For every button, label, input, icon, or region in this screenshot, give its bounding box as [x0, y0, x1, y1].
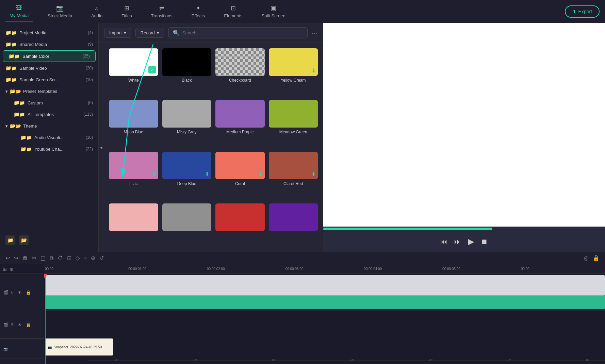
- record-dropdown[interactable]: Record ▾: [135, 28, 164, 38]
- sidebar-bottom: 📁 📂: [0, 233, 98, 248]
- sidebar-item-audio-visuali[interactable]: 📁 Audio Visuali... (10): [0, 132, 98, 143]
- sidebar-item-custom[interactable]: 📁 Custom (0): [0, 97, 98, 108]
- sidebar-item-youtube-cha[interactable]: 📁 Youtube Cha... (22): [0, 144, 98, 154]
- trim-icon[interactable]: ◫: [40, 255, 46, 261]
- nav-elements[interactable]: ⊡ Elements: [220, 2, 246, 21]
- preview-area: [323, 23, 605, 227]
- snapshot-clip[interactable]: 📷 Snapshot_2022-07-24-18.29.50: [45, 338, 113, 355]
- main-content: 📁 Project Media (4) 📁 Shared Media (9) 📁…: [0, 23, 605, 252]
- color-card-red[interactable]: [215, 203, 265, 246]
- color-card-checkboard[interactable]: Checkboard: [215, 48, 265, 96]
- import-dropdown[interactable]: Import ▾: [104, 28, 131, 38]
- color-card-deep-blue[interactable]: ⬇Deep Blue: [162, 152, 212, 199]
- folder-icon: 📁: [14, 112, 25, 117]
- track2-area: [44, 311, 605, 337]
- nav-my-media[interactable]: 🖼 My Media: [5, 2, 33, 21]
- folder-icon: 📁: [5, 42, 17, 47]
- color-card-meadow-green[interactable]: ⬇Meadow Green: [269, 100, 318, 148]
- nav-effects[interactable]: ✦ Effects: [187, 2, 209, 21]
- delete-icon[interactable]: 🗑: [22, 255, 28, 261]
- group-preset-templates[interactable]: ▾ 📂 Preset Templates: [0, 86, 98, 97]
- snapshot-icon[interactable]: ◎: [584, 255, 589, 261]
- color-name-coral: Coral: [215, 181, 265, 186]
- reset-icon[interactable]: ↺: [99, 255, 104, 261]
- sidebar-item-sample-color[interactable]: 📁 Sample Color (25): [3, 50, 96, 62]
- nav-audio[interactable]: ♫ Audio: [87, 2, 107, 21]
- lock-track2-icon[interactable]: 🔒: [26, 322, 31, 327]
- download-icon: ⬇: [152, 171, 156, 177]
- magnetic-snap-button[interactable]: ⊕: [10, 266, 14, 272]
- time-icon[interactable]: ⏱: [58, 255, 63, 261]
- step-back-button[interactable]: ⏭: [454, 238, 461, 246]
- timeline-body: ⊞ ⊕ 🎬 6 👁 🔒 🎬 5 👁 🔒 📷: [0, 264, 605, 364]
- chevron-down-icon: ▾: [5, 89, 8, 94]
- sidebar-item-all-templates[interactable]: 📁 All Templates (113): [0, 109, 98, 120]
- color-card-yellow-cream[interactable]: ⬇Yellow Cream: [269, 48, 318, 96]
- color-card-lilac[interactable]: ⬇Lilac: [109, 152, 158, 199]
- tick-marks: 1hr 1hr 1hr 1hr 1hr 1hr 1hr: [44, 357, 605, 364]
- split-icon[interactable]: ⊡: [67, 255, 71, 261]
- color-card-medium-purple[interactable]: Medium Purple: [215, 100, 265, 148]
- track1-area: 🎬: [44, 274, 605, 311]
- clip-gray[interactable]: [45, 275, 605, 296]
- sidebar-item-shared-media[interactable]: 📁 Shared Media (9): [0, 39, 98, 50]
- lock-icon[interactable]: 🔒: [593, 255, 600, 261]
- snapshot-track-icon: 📷: [3, 347, 7, 351]
- folder-open-icon: 📂: [10, 123, 21, 129]
- color-card-claret-red[interactable]: ⬇Claret Red: [269, 152, 318, 199]
- preview-panel: ⏮ ⏭ ▶ ⏹: [323, 23, 605, 252]
- svg-text:1hr: 1hr: [115, 358, 119, 361]
- copy-icon[interactable]: ⧉: [50, 255, 53, 261]
- cut-icon[interactable]: ✂: [32, 255, 36, 261]
- group-theme[interactable]: ▾ 📂 Theme: [0, 120, 98, 131]
- scroll-left-button[interactable]: ◀: [99, 43, 103, 252]
- lock-track1-icon[interactable]: 🔒: [26, 290, 31, 295]
- color-card-misty-grey[interactable]: Misty Grey: [162, 100, 212, 148]
- stop-button[interactable]: ⏹: [481, 238, 488, 246]
- redo-icon[interactable]: ↪: [14, 255, 18, 261]
- color-card-white[interactable]: ✓White: [109, 48, 158, 96]
- svg-text:1hr: 1hr: [428, 358, 432, 361]
- export-button[interactable]: ⬆ Export: [565, 5, 600, 18]
- video-track-icon: 🎬: [3, 290, 9, 295]
- clip-teal[interactable]: [45, 295, 605, 309]
- effects-icon: ✦: [196, 4, 201, 12]
- color-card-black[interactable]: Black: [162, 48, 212, 96]
- timebar: 00:00 00:00:01:00 00:00:02:00 00:00:03:0…: [44, 264, 605, 274]
- grid-view-button[interactable]: ⋯: [312, 29, 318, 37]
- eye-icon2[interactable]: 👁: [18, 322, 22, 327]
- search-input[interactable]: [182, 30, 303, 35]
- nav-titles[interactable]: ⊞ Titles: [117, 2, 136, 21]
- sidebar-item-project-media[interactable]: 📁 Project Media (4): [0, 27, 98, 38]
- import-button[interactable]: 📂: [19, 235, 29, 245]
- svg-text:1hr: 1hr: [586, 358, 590, 361]
- download-icon: ⬇: [311, 119, 316, 126]
- skip-back-button[interactable]: ⏮: [441, 238, 447, 246]
- color-card-pink[interactable]: [109, 203, 158, 246]
- new-folder-button[interactable]: 📁: [5, 235, 15, 245]
- color-card-purple[interactable]: [269, 203, 318, 246]
- tl-main: 00:00 00:00:01:00 00:00:02:00 00:00:03:0…: [44, 264, 605, 364]
- play-button[interactable]: ▶: [468, 237, 474, 246]
- eye-icon[interactable]: 👁: [18, 290, 22, 295]
- eq-icon[interactable]: ≡: [84, 255, 87, 261]
- color-card-moon-blue[interactable]: Moon Blue: [109, 100, 158, 148]
- folder-icon: 📁: [20, 135, 32, 140]
- undo-icon[interactable]: ↩: [5, 255, 10, 261]
- nav-split-screen[interactable]: ▣ Split Screen: [258, 2, 290, 21]
- sidebar-item-sample-green[interactable]: 📁 Sample Green Scr... (10): [0, 74, 98, 85]
- sidebar-item-sample-video[interactable]: 📁 Sample Video (20): [0, 63, 98, 73]
- color-name-lilac: Lilac: [109, 181, 158, 186]
- add-track-button[interactable]: ⊞: [3, 266, 7, 272]
- color-grid: ✓WhiteBlackCheckboard⬇Yellow CreamMoon B…: [103, 43, 323, 252]
- color-card-coral[interactable]: ⬇Coral: [215, 152, 265, 199]
- audio-sync-icon[interactable]: ⊕: [91, 255, 95, 261]
- nav-stock-media[interactable]: 📷 Stock Media: [44, 2, 76, 21]
- folder-icon: 📁: [9, 53, 20, 59]
- top-nav: 🖼 My Media 📷 Stock Media ♫ Audio ⊞ Title…: [0, 0, 605, 23]
- color-card-silver[interactable]: [162, 203, 212, 246]
- diamond-icon[interactable]: ◇: [76, 255, 80, 261]
- folder-icon: 📁: [5, 65, 17, 71]
- nav-transitions[interactable]: ⇌ Transitions: [147, 2, 177, 21]
- scrubber[interactable]: [323, 227, 605, 231]
